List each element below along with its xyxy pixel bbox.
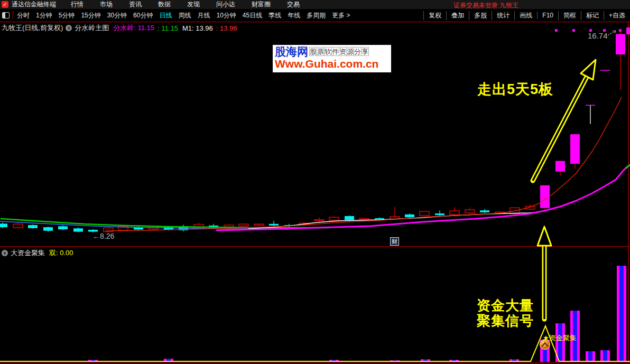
ma-white-line [248,212,538,229]
watermark-char: 股 [309,47,317,56]
up-arrow [538,227,551,319]
collapse-icon[interactable]: ∨ [66,25,72,31]
watermark-tagline: 股票软件资源分享 [310,47,369,56]
candle-body [28,225,38,228]
high-price-label: 16.74 [588,31,608,40]
tdx-terminal-window: ✓ 通达信金融终端 行情市场资讯数据发现问小达财富圈交易 证券交易未登录 九牧王… [0,0,630,364]
sub-chart-header: ∨ 大资金聚集 双: 0.00 [2,248,73,258]
fund-bar-core [619,266,624,362]
candle-body [329,217,339,220]
sub-indicator-value: 双: 0.00 [49,248,73,258]
candle-body [13,224,23,228]
candle-body [480,210,489,212]
signal-marker-label: ★资金聚集 [543,333,577,343]
candle-body [73,228,83,231]
watermark-char: 源 [346,47,354,56]
annotation-5-boards: 走出5天5板 [477,80,553,99]
candle-body [359,218,369,219]
limit-up-dot [555,29,558,32]
candle-body [570,134,580,164]
candle-body [435,213,444,215]
fenshuiling-magenta-line [217,165,630,230]
candle-body [254,224,264,225]
watermark-char: 分 [354,47,362,56]
watermark-char: 票 [317,47,325,56]
low-price-label: ←8.26 [92,232,114,240]
candle-body [405,214,414,217]
edge-candle-fragment [626,27,630,34]
candle-body [450,211,459,214]
candle-body [239,224,248,226]
candle-body [314,220,324,221]
watermark-char: 软 [324,47,332,56]
fenshuiling-value2: : 11.15 [158,24,178,32]
limit-up-dot [619,29,622,32]
candle-body [540,185,550,208]
watermark-site-name: 股海网 [275,46,308,57]
candle-body [465,210,475,213]
main-chart-header: 九牧王(日线,前复权) ∨ 分水岭主图 分水岭: 11.15 : 11.15 M… [2,23,237,33]
candle-body [616,34,625,54]
candle-body [58,226,68,229]
collapse-icon[interactable]: ∨ [2,250,8,256]
candle-body [586,105,595,106]
stock-title: 九牧王(日线,前复权) [2,23,63,33]
news-marker[interactable]: 财 [390,237,399,246]
candle-body [43,227,53,231]
candle-body [269,224,279,226]
candle-body [0,223,7,227]
candle-body [345,216,354,220]
main-indicator-name: 分水岭主图 [75,23,109,33]
annotation-fund-signal: 资金大量 聚集信号 [477,298,534,329]
m1-value: M1: 13.96 [182,24,213,32]
arrow-head [581,60,596,80]
shuang-signal-line [0,326,630,361]
fund-bar-core [603,350,607,362]
watermark: 股海网 股票软件资源分享 Www.Guhai.com.cn [273,45,391,72]
annotation-line: 资金大量 [477,298,534,313]
candle-body [600,70,610,71]
candle-body [375,218,384,219]
sub-indicator-name: 大资金聚集 [11,248,45,258]
limit-up-dot [572,29,575,32]
annotation-line: 聚集信号 [477,313,534,329]
candle-body [420,211,429,216]
watermark-url: Www.Guhai.com.cn [275,58,389,69]
candle-body [555,161,565,172]
fenshuiling-value: 分水岭: 11.15 [113,23,154,33]
watermark-char: 享 [361,47,369,56]
fund-bar-core [588,351,592,362]
watermark-char: 件 [331,47,339,56]
ma-lines-layer [0,97,630,231]
watermark-char: 资 [339,47,347,56]
m1-value2: : 13.96 [216,24,237,32]
candle-body [224,225,234,227]
arrow-head [538,227,551,246]
